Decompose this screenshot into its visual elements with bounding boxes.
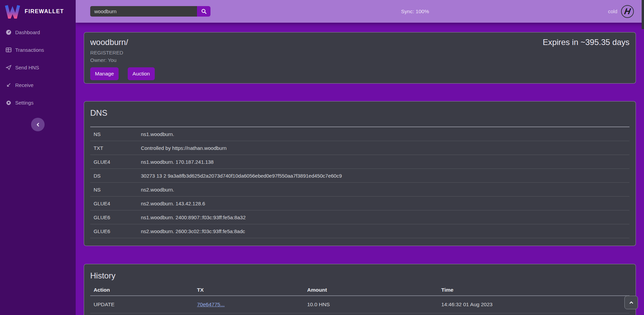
column-header-time: Time — [438, 287, 629, 293]
dns-record-type: DS — [90, 173, 138, 179]
dns-record-value: ns1.woodburn. 2400:8907::f03c:93ff:fe5a:… — [138, 215, 629, 220]
dns-record-row: GLUE6 ns2.woodburn. 2600:3c02::f03c:93ff… — [90, 224, 629, 238]
dns-card: DNS NS ns1.woodburn. TXT Controlled by h… — [84, 101, 636, 246]
dns-record-value: ns1.woodburn. — [138, 131, 629, 137]
history-row: RENEW d79e64f2... 10.0 HNS 15:47:06 07 F… — [90, 313, 629, 315]
dns-record-row: TXT Controlled by https://nathan.woodbur… — [90, 141, 629, 155]
receive-icon — [6, 82, 11, 88]
scroll-to-top-button[interactable] — [624, 296, 638, 309]
tx-link[interactable]: 70e64775... — [197, 301, 225, 307]
chevron-up-icon — [629, 300, 634, 305]
app-logo[interactable]: FIREWALLET — [0, 0, 76, 20]
column-header-action: Action — [90, 287, 194, 293]
dns-record-row: GLUE6 ns1.woodburn. 2400:8907::f03c:93ff… — [90, 210, 629, 224]
domain-owner: Owner: You — [90, 57, 629, 63]
dns-record-value: ns2.woodburn. — [138, 187, 629, 193]
history-card: History Action TX Amount Time UPDATE 70e… — [84, 264, 636, 315]
history-action: UPDATE — [90, 301, 194, 308]
column-header-amount: Amount — [304, 287, 438, 293]
chevron-left-icon — [36, 122, 40, 127]
sidebar-item-label: Transactions — [15, 47, 44, 53]
firewallet-logo-icon — [5, 4, 20, 19]
wallet-indicator: cold H — [608, 0, 634, 23]
topbar: Sync: 100% cold H — [76, 0, 644, 23]
sync-status: Sync: 100% — [401, 0, 429, 23]
dns-record-type: GLUE4 — [90, 201, 138, 206]
sidebar-item-label: Settings — [15, 100, 33, 106]
auction-button[interactable]: Auction — [128, 67, 155, 80]
column-header-tx: TX — [194, 287, 304, 293]
history-amount: 10.0 HNS — [304, 301, 438, 308]
dns-record-type: GLUE6 — [90, 228, 138, 234]
domain-card: woodburn/ Expires in ~395.35 days REGIST… — [84, 32, 636, 84]
dns-record-row: GLUE4 ns1.woodburn. 170.187.241.138 — [90, 155, 629, 169]
domain-name: woodburn/ — [90, 38, 128, 47]
transactions-icon — [6, 47, 11, 53]
app-title: FIREWALLET — [25, 8, 64, 15]
dns-record-type: TXT — [90, 145, 138, 151]
dns-record-type: NS — [90, 187, 138, 193]
dns-record-type: GLUE4 — [90, 159, 138, 165]
dns-record-type: NS — [90, 131, 138, 137]
sidebar: FIREWALLET Dashboard Transactions — [0, 0, 76, 315]
send-icon — [6, 65, 11, 70]
history-table: Action TX Amount Time UPDATE 70e64775...… — [90, 285, 629, 315]
history-header-row: Action TX Amount Time — [90, 285, 629, 296]
handshake-icon[interactable]: H — [621, 5, 634, 18]
settings-icon — [6, 100, 11, 106]
manage-button[interactable]: Manage — [90, 67, 119, 80]
domain-status: REGISTERED — [90, 50, 629, 55]
history-title: History — [90, 271, 629, 280]
scrollbar-thumb[interactable] — [642, 0, 644, 29]
search-icon — [201, 8, 207, 14]
domain-expiry: Expires in ~395.35 days — [543, 38, 629, 47]
history-time: 14:46:32 01 Aug 2023 — [438, 301, 629, 308]
app-root: FIREWALLET Dashboard Transactions — [0, 0, 644, 315]
dns-record-value: 30273 13 2 9a3a8fb3d625d2a2073d740f10da6… — [138, 173, 629, 179]
dashboard-icon — [6, 29, 11, 35]
sidebar-nav: Dashboard Transactions Send HNS — [0, 23, 76, 111]
history-row: UPDATE 70e64775... 10.0 HNS 14:46:32 01 … — [90, 296, 629, 313]
dns-table: NS ns1.woodburn. TXT Controlled by https… — [90, 127, 629, 238]
dns-record-type: GLUE6 — [90, 215, 138, 220]
sidebar-item-label: Dashboard — [15, 29, 40, 35]
dns-record-row: GLUE4 ns2.woodburn. 143.42.128.6 — [90, 197, 629, 210]
dns-record-value: ns1.woodburn. 170.187.241.138 — [138, 159, 629, 165]
dns-record-value: ns2.woodburn. 2600:3c02::f03c:93ff:fe5a:… — [138, 228, 629, 234]
sidebar-item-label: Send HNS — [15, 65, 39, 70]
sidebar-item-send-hns[interactable]: Send HNS — [0, 59, 76, 76]
wallet-name-label: cold — [608, 8, 617, 14]
sidebar-item-transactions[interactable]: Transactions — [0, 41, 76, 59]
dns-record-row: NS ns1.woodburn. — [90, 127, 629, 141]
sidebar-item-settings[interactable]: Settings — [0, 94, 76, 111]
sidebar-item-receive[interactable]: Receive — [0, 76, 76, 94]
dns-record-row: DS 30273 13 2 9a3a8fb3d625d2a2073d740f10… — [90, 169, 629, 183]
dns-record-value: ns2.woodburn. 143.42.128.6 — [138, 201, 629, 206]
search-group — [90, 6, 210, 17]
search-button[interactable] — [197, 6, 210, 17]
sidebar-item-label: Receive — [15, 82, 33, 88]
sidebar-collapse-button[interactable] — [31, 118, 45, 131]
dns-record-value: Controlled by https://nathan.woodburn — [138, 145, 629, 151]
dns-record-row: NS ns2.woodburn. — [90, 183, 629, 197]
sidebar-item-dashboard[interactable]: Dashboard — [0, 23, 76, 41]
search-input[interactable] — [90, 6, 197, 17]
dns-title: DNS — [90, 108, 629, 118]
